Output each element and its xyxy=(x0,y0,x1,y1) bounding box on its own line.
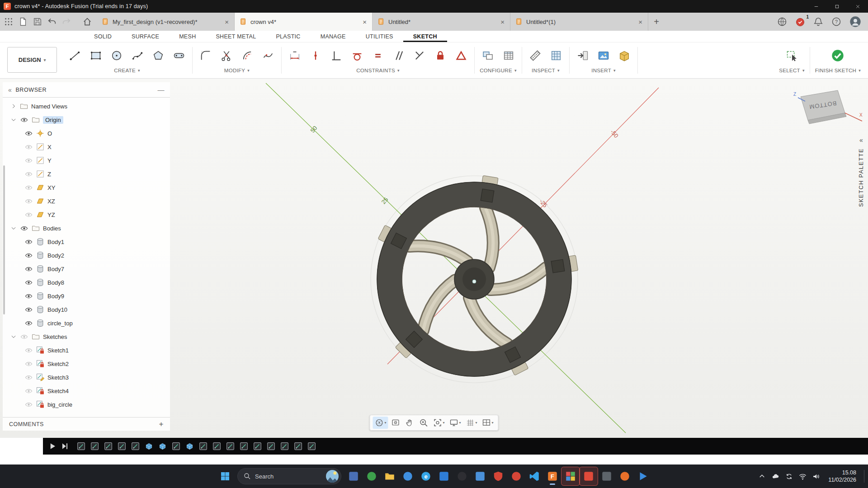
sync-icon[interactable] xyxy=(785,472,793,481)
green-app-taskbar-icon[interactable] xyxy=(363,467,381,485)
fillet-tool[interactable] xyxy=(198,47,214,64)
tree-row-xz[interactable]: XZ xyxy=(3,194,170,208)
user-avatar[interactable] xyxy=(849,15,862,28)
circle-tool[interactable] xyxy=(108,47,125,64)
visibility-eye-icon[interactable] xyxy=(23,373,34,382)
document-tab[interactable]: Untitled*(1)× xyxy=(510,13,648,31)
minimize-button[interactable] xyxy=(806,0,826,13)
visibility-eye-icon[interactable] xyxy=(23,251,34,260)
timeline-feature-sketch[interactable] xyxy=(280,441,289,451)
timeline-feature-sketch[interactable] xyxy=(266,441,276,451)
tree-row-sketch2[interactable]: Sketch2 xyxy=(3,357,170,371)
curve-tool[interactable] xyxy=(260,47,276,64)
fix-tool[interactable] xyxy=(453,47,469,64)
ribbon-tab-surface[interactable]: SURFACE xyxy=(122,31,169,42)
app-grid-icon[interactable] xyxy=(4,17,14,27)
red-app-taskbar-icon[interactable] xyxy=(580,467,598,485)
viewports-button[interactable]: ▾ xyxy=(480,417,495,429)
store-app-taskbar-icon[interactable] xyxy=(435,467,453,485)
visibility-eye-icon[interactable] xyxy=(23,400,34,409)
volume-icon[interactable] xyxy=(812,472,821,481)
gray-app-taskbar-icon[interactable] xyxy=(598,467,616,485)
workspace-selector[interactable]: DESIGN ▾ xyxy=(7,47,57,73)
file-explorer-taskbar-icon[interactable] xyxy=(381,467,399,485)
document-tab[interactable]: Untitled*× xyxy=(373,13,510,31)
visibility-eye-icon[interactable] xyxy=(23,278,34,287)
visibility-eye-icon[interactable] xyxy=(23,319,34,328)
pan-button[interactable] xyxy=(403,417,416,429)
timeline-feature-extrude[interactable] xyxy=(144,441,154,451)
media-player-app-taskbar-icon[interactable] xyxy=(634,467,652,485)
timeline-feature-extrude[interactable] xyxy=(185,441,194,451)
help-icon[interactable]: ? xyxy=(831,16,842,27)
timeline-feature-sketch[interactable] xyxy=(307,441,316,451)
document-tab[interactable]: crown v4*× xyxy=(235,13,373,31)
firefox-browser-taskbar-icon[interactable] xyxy=(616,467,634,485)
selected-sketch-point[interactable] xyxy=(472,280,476,283)
visibility-eye-icon[interactable] xyxy=(23,360,34,368)
calculator-app-taskbar-icon[interactable] xyxy=(471,467,489,485)
edge-browser-taskbar-icon[interactable] xyxy=(399,467,417,485)
analysis-tool[interactable] xyxy=(548,47,564,64)
visibility-eye-icon[interactable] xyxy=(23,292,34,300)
dropdown-caret-icon[interactable]: ▾ xyxy=(384,421,386,425)
measure-tool[interactable] xyxy=(527,47,543,64)
visibility-eye-icon[interactable] xyxy=(23,129,34,138)
browser-scrollbar[interactable] xyxy=(3,165,5,314)
tree-row-sketch1[interactable]: Sketch1 xyxy=(3,343,170,357)
dropdown-caret-icon[interactable]: ▾ xyxy=(443,421,444,425)
taskbar-clock[interactable]: 15.08 11/02/2026 xyxy=(826,469,856,484)
crown-model[interactable] xyxy=(377,175,578,376)
tree-row-body2[interactable]: Body2 xyxy=(3,249,170,262)
browser-collapse-icon[interactable]: « xyxy=(8,86,12,94)
tangent-tool[interactable] xyxy=(349,47,365,64)
palette-expand-icon[interactable]: « xyxy=(859,136,863,144)
tree-row-big-circle[interactable]: big_circle xyxy=(3,398,170,411)
visibility-eye-icon[interactable] xyxy=(23,346,34,355)
dropdown-caret-icon[interactable]: ▾ xyxy=(492,421,494,425)
tree-row-body7[interactable]: Body7 xyxy=(3,262,170,276)
dropdown-caret-icon[interactable]: ▾ xyxy=(459,421,461,425)
finish-sketch-tool[interactable] xyxy=(830,47,846,64)
tree-row-body8[interactable]: Body8 xyxy=(3,276,170,289)
tree-row-origin[interactable]: Origin xyxy=(3,113,170,127)
ribbon-tab-sketch[interactable]: SKETCH xyxy=(403,31,447,42)
timeline-feature-sketch[interactable] xyxy=(212,441,222,451)
chevron-down-icon[interactable] xyxy=(9,332,18,341)
viewport[interactable]: 5025-50-25 BOTTOM X Z « SKETCH PALETTE «… xyxy=(0,79,868,438)
visibility-eye-icon[interactable] xyxy=(18,333,30,341)
spline-tool[interactable] xyxy=(129,47,146,64)
canvas-tool[interactable] xyxy=(616,47,632,64)
toolbar-group-label[interactable]: INSERT▾ xyxy=(591,67,616,73)
grid-settings-button[interactable]: ▾ xyxy=(464,417,479,429)
home-icon[interactable] xyxy=(82,17,92,27)
derive-tool[interactable] xyxy=(575,47,591,64)
chevron-down-icon[interactable] xyxy=(9,224,18,233)
configurations-tool[interactable] xyxy=(480,47,496,64)
perpendicular-tool[interactable] xyxy=(411,47,428,64)
timeline-feature-sketch[interactable] xyxy=(226,441,235,451)
maximize-button[interactable] xyxy=(826,0,847,13)
tree-row-o[interactable]: O xyxy=(3,127,170,140)
chevron-down-icon[interactable] xyxy=(9,115,18,124)
tree-row-sketch4[interactable]: Sketch4 xyxy=(3,384,170,398)
slot-tool[interactable] xyxy=(171,47,187,64)
search-highlight-image[interactable] xyxy=(326,470,339,483)
toolbar-group-label[interactable]: INSPECT▾ xyxy=(532,67,560,73)
equal-tool[interactable] xyxy=(370,47,386,64)
select-tool[interactable] xyxy=(784,47,800,64)
taskbar-search[interactable]: Search xyxy=(237,468,341,484)
visibility-eye-icon[interactable] xyxy=(18,116,30,124)
toolbar-group-label[interactable]: SELECT▾ xyxy=(779,67,804,73)
lock-tool[interactable] xyxy=(432,47,448,64)
timeline-feature-sketch[interactable] xyxy=(76,441,86,451)
mail-app-taskbar-icon[interactable] xyxy=(344,467,363,485)
line-tool[interactable] xyxy=(67,47,83,64)
start-button[interactable] xyxy=(216,467,234,485)
comments-bar[interactable]: COMMENTS + xyxy=(3,417,170,431)
timeline-feature-sketch[interactable] xyxy=(171,441,181,451)
tree-row-named-views[interactable]: Named Views xyxy=(3,99,170,113)
timeline-strip[interactable] xyxy=(43,438,868,455)
visibility-eye-icon[interactable] xyxy=(23,197,34,206)
tree-row-yz[interactable]: YZ xyxy=(3,208,170,221)
